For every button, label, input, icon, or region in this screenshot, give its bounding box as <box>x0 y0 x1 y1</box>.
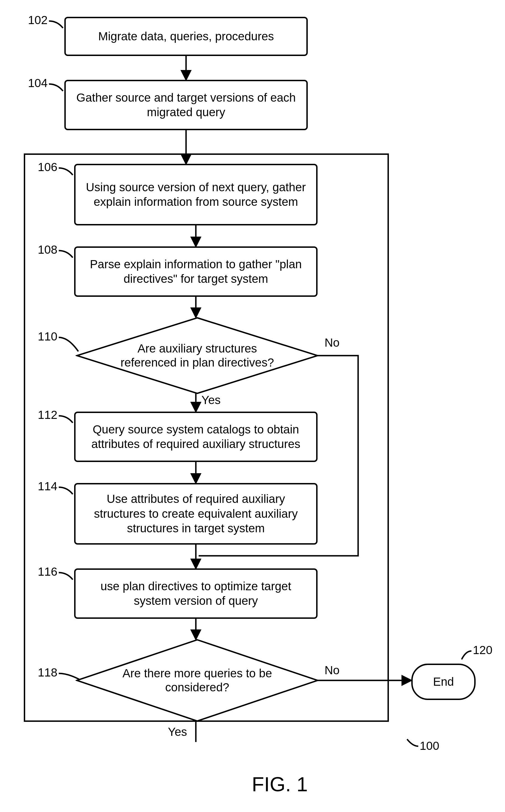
step-116-text: use plan directives to optimize target s… <box>81 579 311 608</box>
ref-104: 104 <box>28 77 47 89</box>
decision-118-more-queries: Are there more queries to be considered? <box>75 638 319 722</box>
decision-110-text: Are auxiliary structures referenced in p… <box>112 342 283 370</box>
ref-112: 112 <box>38 409 57 421</box>
step-114-create-aux: Use attributes of required auxiliary str… <box>74 483 318 545</box>
ref-114: 114 <box>38 480 57 493</box>
step-104-gather-versions: Gather source and target versions of eac… <box>64 80 308 130</box>
step-112-text: Query source system catalogs to obtain a… <box>81 422 311 452</box>
step-106-text: Using source version of next query, gath… <box>81 180 311 210</box>
edge-110-no: No <box>325 336 340 350</box>
flowchart-canvas: 102 Migrate data, queries, procedures 10… <box>0 0 505 812</box>
ref-106: 106 <box>38 161 57 173</box>
step-104-text: Gather source and target versions of eac… <box>71 91 301 120</box>
ref-118: 118 <box>38 666 57 679</box>
step-114-text: Use attributes of required auxiliary str… <box>81 492 311 536</box>
step-112-query-catalogs: Query source system catalogs to obtain a… <box>74 412 318 462</box>
terminator-end-text: End <box>433 675 454 688</box>
step-102-text: Migrate data, queries, procedures <box>98 29 274 44</box>
step-108-text: Parse explain information to gather "pla… <box>81 257 311 286</box>
terminator-end: End <box>411 664 476 700</box>
ref-120: 120 <box>473 644 492 656</box>
edge-118-no: No <box>325 664 340 677</box>
ref-102: 102 <box>28 14 47 26</box>
edge-110-yes: Yes <box>201 393 221 407</box>
ref-116: 116 <box>38 566 57 578</box>
figure-label: FIG. 1 <box>252 773 308 796</box>
step-106-gather-explain: Using source version of next query, gath… <box>74 164 318 226</box>
ref-110: 110 <box>38 330 57 343</box>
edge-118-yes: Yes <box>168 725 187 738</box>
step-116-optimize: use plan directives to optimize target s… <box>74 568 318 619</box>
decision-118-text: Are there more queries to be considered? <box>112 666 283 695</box>
step-108-parse-explain: Parse explain information to gather "pla… <box>74 246 318 297</box>
step-102-migrate: Migrate data, queries, procedures <box>64 17 308 56</box>
decision-110-aux-structures: Are auxiliary structures referenced in p… <box>75 316 319 395</box>
ref-100: 100 <box>420 739 439 753</box>
ref-108: 108 <box>38 244 57 256</box>
